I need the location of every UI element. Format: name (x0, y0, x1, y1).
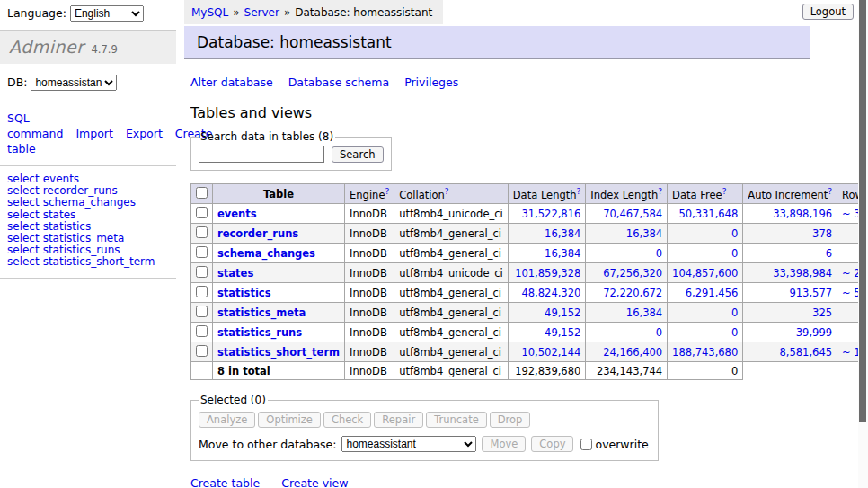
data-length-link[interactable]: 49,152 (545, 306, 580, 319)
data-free-link[interactable]: 188,743,680 (672, 346, 738, 359)
data-length-link[interactable]: 10,502,144 (521, 346, 580, 359)
index-length-link[interactable]: 16,384 (626, 227, 662, 240)
table-link[interactable]: statistics_short_term (43, 255, 155, 268)
index-length-link[interactable]: 0 (656, 326, 662, 339)
data-length-link[interactable]: 49,152 (545, 326, 580, 339)
table-name-link[interactable]: statistics (217, 287, 271, 299)
help-icon[interactable]: ? (445, 187, 449, 196)
sidebar-action-link[interactable]: Export (126, 127, 163, 140)
table-link[interactable]: recorder_runs (43, 184, 118, 197)
auto-increment-link[interactable]: 913,577 (789, 287, 832, 299)
table-link[interactable]: statistics (43, 220, 92, 233)
table-name-link[interactable]: recorder_runs (217, 227, 298, 240)
table-link[interactable]: schema_changes (43, 196, 136, 209)
selected-action-button[interactable]: Repair (374, 412, 423, 428)
sidebar-action-link[interactable]: SQL command (7, 111, 63, 140)
select-link[interactable]: select (7, 209, 40, 221)
data-free-link[interactable]: 0 (731, 227, 738, 240)
data-length-link[interactable]: 48,824,320 (521, 287, 580, 299)
select-link[interactable]: select (7, 220, 40, 233)
create-link[interactable]: Create table (190, 476, 260, 488)
data-free-link[interactable]: 0 (731, 326, 738, 339)
selected-action-button[interactable]: Check (323, 412, 371, 428)
select-all-checkbox[interactable] (196, 187, 208, 199)
data-length-link[interactable]: 31,522,816 (521, 208, 580, 220)
breadcrumb-mysql-link[interactable]: MySQL (191, 6, 228, 19)
row-checkbox[interactable] (196, 345, 208, 357)
help-icon[interactable]: ? (385, 187, 389, 196)
engine-cell: InnoDB (345, 224, 394, 244)
auto-increment-link[interactable]: 8,581,645 (780, 346, 833, 359)
database-action-link[interactable]: Privileges (404, 75, 458, 89)
index-length-link[interactable]: 24,166,400 (603, 346, 662, 359)
auto-increment-link[interactable]: 33,898,196 (773, 208, 832, 220)
auto-increment-link[interactable]: 39,999 (796, 326, 832, 339)
help-icon[interactable]: ? (658, 187, 662, 196)
table-name-link[interactable]: states (217, 267, 253, 279)
select-link[interactable]: select (7, 244, 40, 256)
table-name-link[interactable]: statistics_meta (217, 306, 306, 319)
row-checkbox[interactable] (196, 266, 208, 278)
table-name-link[interactable]: statistics_short_term (217, 346, 340, 359)
data-free-link[interactable]: 6,291,456 (686, 287, 739, 299)
auto-increment-link[interactable]: 33,398,984 (773, 267, 832, 279)
selected-action-button[interactable]: Analyze (199, 412, 255, 428)
selected-action-button[interactable]: Truncate (426, 412, 487, 428)
index-length-link[interactable]: 67,256,320 (603, 267, 662, 279)
row-checkbox[interactable] (196, 226, 208, 238)
index-length-link[interactable]: 72,220,672 (603, 287, 662, 299)
help-icon[interactable]: ? (722, 187, 727, 196)
auto-increment-link[interactable]: 6 (826, 247, 832, 260)
database-action-link[interactable]: Alter database (190, 75, 273, 89)
db-select[interactable]: homeassistant (31, 75, 117, 91)
data-length-link[interactable]: 16,384 (545, 227, 580, 240)
table-name-link[interactable]: statistics_runs (217, 326, 302, 339)
database-action-link[interactable]: Database schema (288, 75, 389, 89)
table-link[interactable]: statistics_meta (43, 232, 125, 244)
data-free-link[interactable]: 0 (731, 306, 738, 319)
data-length-link[interactable]: 16,384 (545, 247, 580, 260)
help-icon[interactable]: ? (577, 187, 581, 196)
data-length-link[interactable]: 101,859,328 (515, 267, 580, 279)
row-checkbox[interactable] (196, 325, 208, 337)
create-link[interactable]: Create view (281, 476, 348, 488)
index-length-link[interactable]: 0 (656, 247, 662, 260)
copy-button[interactable]: Copy (531, 436, 573, 452)
search-input[interactable] (199, 146, 324, 163)
table-link[interactable]: statistics_runs (43, 244, 120, 256)
row-checkbox[interactable] (196, 207, 208, 218)
table-name-link[interactable]: schema_changes (217, 247, 315, 260)
help-icon[interactable]: ? (828, 187, 832, 196)
select-link[interactable]: select (7, 232, 40, 244)
table-link[interactable]: states (43, 209, 76, 221)
scrollbar-thumb[interactable] (859, 0, 866, 422)
data-free-link[interactable]: 0 (731, 247, 738, 260)
data-free-link[interactable]: 104,857,600 (672, 267, 738, 279)
auto-increment-link[interactable]: 378 (812, 227, 832, 240)
breadcrumb-server-link[interactable]: Server (244, 6, 279, 19)
search-button[interactable]: Search (332, 146, 384, 163)
row-checkbox[interactable] (196, 246, 208, 258)
row-checkbox[interactable] (196, 286, 208, 297)
vertical-scrollbar[interactable] (858, 0, 868, 488)
select-link[interactable]: select (7, 173, 40, 185)
auto-increment-link[interactable]: 325 (812, 306, 832, 319)
selected-action-button[interactable]: Optimize (258, 412, 321, 428)
row-checkbox[interactable] (196, 306, 208, 317)
sidebar-action-link[interactable]: Import (75, 127, 113, 140)
table-link[interactable]: events (43, 173, 79, 185)
move-database-select[interactable]: homeassistant (341, 436, 476, 452)
select-link[interactable]: select (7, 184, 40, 197)
selected-action-button[interactable]: Drop (490, 412, 531, 428)
index-length-link[interactable]: 70,467,584 (603, 208, 662, 220)
index-length-link[interactable]: 16,384 (626, 306, 662, 319)
overwrite-checkbox[interactable] (580, 439, 592, 450)
logout-button[interactable]: Logout (802, 4, 854, 20)
data-free-link[interactable]: 50,331,648 (678, 208, 738, 220)
search-fieldset: Search data in tables (8) Search (190, 130, 392, 171)
select-link[interactable]: select (7, 196, 40, 209)
select-link[interactable]: select (7, 255, 40, 268)
language-select[interactable]: English (70, 5, 144, 22)
table-name-link[interactable]: events (217, 208, 257, 220)
move-button[interactable]: Move (482, 436, 526, 452)
